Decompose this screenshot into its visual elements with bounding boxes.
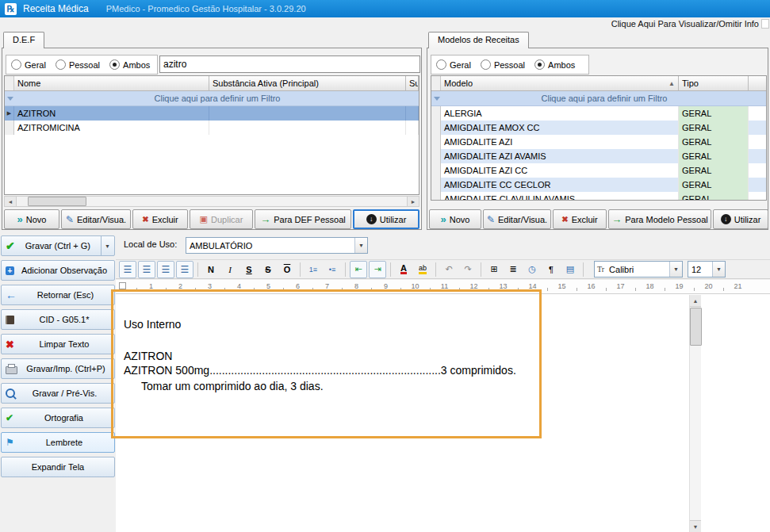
numbered-list-button[interactable]: 1≡ — [305, 261, 322, 278]
def-radio-pessoal-label: Pessoal — [69, 60, 100, 70]
align-left-icon: ☰ — [124, 264, 132, 275]
strikethrough-button[interactable]: S — [259, 261, 277, 278]
def-editar-button[interactable]: ✎ Editar/Visua. — [61, 209, 131, 229]
align-justify-button[interactable]: ☰ — [176, 261, 193, 278]
modelos-col-modelo[interactable]: Modelo ▲ — [441, 76, 679, 90]
font-name-select[interactable]: Tr Calibri ▼ — [594, 261, 683, 277]
retornar-button[interactable]: ← Retornar (Esc) — [1, 285, 115, 305]
strikethrough-icon: S — [265, 265, 270, 274]
modelos-row[interactable]: ALERGIA GERAL — [431, 106, 766, 121]
def-radio-ambos[interactable] — [109, 59, 120, 70]
def-excluir-button[interactable]: ✖ Excluir — [132, 209, 188, 229]
funnel-icon — [434, 97, 440, 101]
modelos-utilizar-button[interactable]: ↓ Utilizar — [713, 209, 768, 229]
italic-button[interactable]: I — [221, 261, 239, 278]
scroll-down-icon[interactable]: ▼ — [690, 520, 701, 532]
def-utilizar-label: Utilizar — [380, 215, 407, 224]
document-editor[interactable]: Uso Interno AZITRON AZITRON 500mg.......… — [116, 294, 770, 532]
def-radio-geral-label: Geral — [25, 60, 46, 70]
underline-button[interactable]: S — [240, 261, 258, 278]
def-col-substancia[interactable]: Substância Ativa (Principal) — [209, 76, 406, 90]
modelos-radio-pessoal-label: Pessoal — [494, 60, 525, 70]
align-center-button[interactable]: ☰ — [138, 261, 155, 278]
modelos-row[interactable]: AMIGDALITE AZI CC GERAL — [431, 163, 766, 178]
undo-button[interactable]: ↶ — [440, 261, 458, 278]
scroll-right-icon[interactable]: ► — [407, 197, 419, 206]
table-icon: ⊞ — [490, 264, 497, 274]
def-para-pessoal-button[interactable]: → Para DEF Pessoal — [255, 209, 351, 229]
def-col-nome[interactable]: Nome — [14, 76, 209, 90]
modelos-radio-pessoal[interactable] — [481, 59, 491, 70]
ortografia-button[interactable]: ✔ Ortografia — [1, 408, 115, 428]
document-vertical-scrollbar[interactable]: ▲ ▼ — [689, 295, 701, 532]
def-filter-row[interactable]: Clique aqui para definir um Filtro — [5, 91, 419, 106]
modelos-para-pessoal-button[interactable]: → Para Modelo Pessoal — [608, 209, 711, 229]
def-horizontal-scrollbar[interactable]: ◄ ► — [4, 196, 419, 207]
modelos-row[interactable]: AMIGDALITE CLAVULIN AVAMIS GERAL — [431, 192, 766, 201]
def-col-subs[interactable]: Subs — [406, 76, 419, 90]
def-row-azitromicina[interactable]: AZITROMICINA — [5, 121, 419, 135]
increase-indent-button[interactable]: ⇥ — [369, 261, 386, 278]
align-left-button[interactable]: ☰ — [119, 261, 136, 278]
lembrete-label: Lembrete — [18, 438, 110, 447]
decrease-indent-button[interactable]: ⇤ — [350, 261, 367, 278]
insert-table-button[interactable]: ⊞ — [485, 261, 503, 278]
modelos-row[interactable]: AMIGDALITE CC CECLOR GERAL — [431, 178, 766, 192]
def-radio-pessoal[interactable] — [56, 59, 66, 70]
overline-button[interactable]: O — [278, 261, 296, 278]
modelos-excluir-button[interactable]: ✖ Excluir — [553, 209, 607, 229]
bullet-list-button[interactable]: •≡ — [324, 261, 341, 278]
expandir-tela-button[interactable]: Expandir Tela — [1, 457, 115, 477]
align-right-button[interactable]: ☰ — [157, 261, 174, 278]
paragraph-marks-button[interactable]: ¶ — [542, 261, 560, 278]
cid-button[interactable]: CID - G05.1* — [1, 309, 115, 330]
modelos-editar-button[interactable]: ✎ Editar/Visua. — [483, 209, 551, 229]
tab-modelos[interactable]: Modelos de Receitas — [428, 32, 529, 48]
doc-line-posologia: AZITRON 500mg...........................… — [124, 364, 516, 377]
save-document-button[interactable]: ▤ — [561, 261, 579, 278]
adicionar-observacao-button[interactable]: + Adicionar Observação — [1, 260, 115, 281]
gravar-imprimir-button[interactable]: Gravar/Imp. (Ctrl+P) — [1, 358, 115, 379]
align-right-icon: ☰ — [162, 264, 170, 275]
insert-field-button[interactable]: ≣ — [504, 261, 522, 278]
def-duplicar-button[interactable]: ▣ Duplicar — [190, 209, 253, 229]
def-radio-geral[interactable] — [11, 59, 21, 70]
modelos-radio-geral[interactable] — [436, 59, 446, 70]
modelos-filter-row[interactable]: Clique aqui para definir um Filtro — [431, 91, 766, 106]
tab-def[interactable]: D.E.F — [3, 32, 44, 48]
lembrete-button[interactable]: ⚑ Lembrete — [1, 432, 115, 453]
margin-marker[interactable] — [119, 282, 126, 289]
def-row-azitron[interactable]: ▶ AZITRON — [5, 106, 419, 121]
def-novo-button[interactable]: » Novo — [4, 209, 59, 229]
gravar-previs-button[interactable]: Gravar / Pré-Vis. — [1, 383, 115, 404]
highlight-button[interactable]: ab — [414, 261, 431, 278]
modelos-row[interactable]: AMIGDALITE AZI AVAMIS GERAL — [431, 149, 766, 163]
row-indicator — [431, 106, 441, 121]
gravar-button[interactable]: ✔ Gravar (Ctrl + G) ▼ — [1, 235, 115, 256]
toggle-info-link[interactable]: Clique Aqui Para Visualizar/Omitir Info — [611, 19, 759, 29]
modelos-novo-button[interactable]: » Novo — [429, 209, 481, 229]
modelos-row[interactable]: AMIGDALITE AMOX CC GERAL — [431, 121, 766, 135]
modelo-cell: AMIGDALITE AMOX CC — [441, 121, 679, 135]
modelos-radio-ambos[interactable] — [534, 59, 545, 70]
def-row-nome: AZITRON — [14, 106, 209, 121]
def-utilizar-button[interactable]: ↓ Utilizar — [353, 209, 419, 229]
document-scrollbar-thumb[interactable] — [690, 308, 702, 346]
gravar-dropdown-arrow[interactable]: ▼ — [101, 236, 110, 255]
insert-time-button[interactable]: ◷ — [523, 261, 541, 278]
bold-button[interactable]: N — [202, 261, 220, 278]
redo-button[interactable]: ↷ — [459, 261, 477, 278]
delete-icon: ✖ — [561, 215, 568, 224]
local-de-uso-select[interactable]: AMBULATÓRIO ▼ — [186, 237, 368, 254]
modelos-row[interactable]: AMIGDALITE AZI GERAL — [431, 135, 766, 149]
def-search-input[interactable] — [159, 55, 420, 73]
modelos-col-tipo[interactable]: Tipo — [679, 76, 749, 90]
modelos-novo-label: Novo — [450, 215, 470, 224]
font-size-select[interactable]: 12 ▼ — [688, 261, 726, 277]
font-color-button[interactable]: A — [395, 261, 412, 278]
def-scrollbar-thumb[interactable] — [28, 197, 86, 206]
ruler-number: 17 — [606, 280, 635, 293]
scroll-up-icon[interactable]: ▲ — [690, 295, 701, 307]
scroll-left-icon[interactable]: ◄ — [5, 197, 17, 206]
limpar-texto-button[interactable]: ✖ Limpar Texto — [1, 334, 115, 354]
